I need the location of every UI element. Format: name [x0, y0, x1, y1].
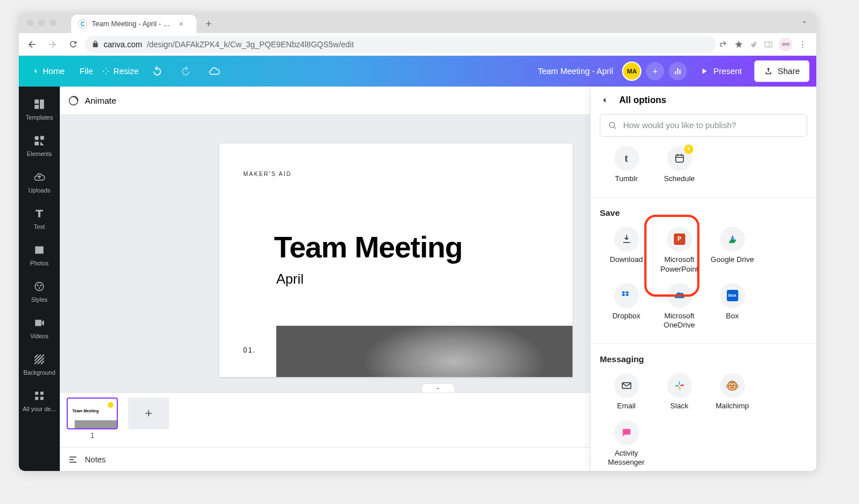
rail-all-designs[interactable]: All your de...: [19, 384, 60, 419]
address-bar[interactable]: canva.com/design/DAFAkZPK4_k/Cw_3g_PQE9E…: [85, 36, 716, 53]
messaging-section-title: Messaging: [600, 354, 807, 364]
window-minimize[interactable]: [38, 19, 45, 26]
url-path: /design/DAFAkZPK4_k/Cw_3g_PQE9ENbz4l8GQS…: [147, 40, 354, 49]
slide-1[interactable]: MAKER'S AID Team Meeting April 01.: [219, 144, 572, 377]
canva-app: Home File Resize Team Meeting - Apr: [19, 56, 816, 471]
address-bar-row: canva.com/design/DAFAkZPK4_k/Cw_3g_PQE9E…: [19, 33, 816, 56]
slide-page-number: 01.: [243, 346, 256, 354]
rail-templates[interactable]: Templates: [19, 92, 60, 128]
home-button[interactable]: Home: [26, 63, 71, 79]
profile-avatar[interactable]: 👓: [779, 38, 792, 51]
option-box[interactable]: box Box: [706, 280, 759, 336]
tab-title: Team Meeting - April - Present: [92, 20, 174, 28]
redo-button[interactable]: [176, 62, 195, 81]
toolbar-right: 👓: [719, 38, 812, 51]
present-button[interactable]: Present: [692, 67, 750, 76]
home-label: Home: [43, 67, 65, 76]
notes-icon: [68, 454, 78, 465]
url-host: canva.com: [104, 40, 142, 49]
window-close[interactable]: [27, 19, 34, 26]
thumbnail-number: 1: [67, 432, 118, 440]
rail-videos[interactable]: Videos: [19, 311, 60, 346]
nav-back-button[interactable]: [23, 36, 40, 53]
file-menu[interactable]: File: [80, 67, 93, 76]
animate-icon: [68, 95, 79, 106]
new-tab-button[interactable]: +: [206, 18, 212, 30]
powerpoint-highlight-annotation: [644, 215, 700, 297]
svg-point-1: [802, 44, 803, 45]
panel-save-section: Save Download P Microsoft PowerPoint: [591, 197, 816, 343]
share-page-icon[interactable]: [719, 40, 729, 49]
panel-icon[interactable]: [764, 40, 773, 49]
option-activity-messenger[interactable]: Activity Messenger: [600, 417, 653, 472]
lock-icon: [92, 40, 99, 48]
undo-button[interactable]: [148, 62, 167, 81]
svg-rect-19: [679, 387, 680, 390]
svg-point-4: [35, 282, 44, 291]
option-mailchimp[interactable]: 🐵 Mailchimp: [706, 370, 759, 416]
crown-badge-icon: ♛: [684, 145, 693, 154]
slide-hero-image: [276, 326, 572, 377]
tabs-overflow-icon[interactable]: [800, 18, 808, 26]
add-member-button[interactable]: +: [646, 62, 664, 80]
browser-tab[interactable]: C Team Meeting - April - Present ×: [71, 15, 197, 33]
option-slack[interactable]: Slack: [653, 370, 706, 416]
svg-rect-18: [675, 386, 678, 387]
canvas-toggle-pill[interactable]: [421, 383, 455, 392]
nav-reload-button[interactable]: [64, 36, 81, 53]
design-title[interactable]: Team Meeting - April: [538, 67, 613, 76]
slide-subhead: April: [276, 271, 304, 287]
svg-point-2: [802, 46, 803, 47]
search-placeholder: How would you like to publish?: [623, 121, 736, 130]
share-panel: All options How would you like to publis…: [590, 87, 816, 471]
option-tumblr[interactable]: t Tumblr: [600, 142, 653, 189]
share-button[interactable]: Share: [754, 60, 809, 82]
publish-search[interactable]: How would you like to publish?: [600, 114, 807, 137]
svg-rect-17: [678, 382, 680, 385]
canva-favicon: C: [78, 19, 87, 28]
side-rail: Templates Elements Uploads Text Photos S…: [19, 87, 60, 471]
cloud-sync-icon[interactable]: [204, 62, 224, 81]
kebab-menu-icon[interactable]: [798, 40, 807, 49]
rail-background[interactable]: Background: [19, 347, 60, 383]
panel-title: All options: [619, 95, 666, 105]
panel-back-button[interactable]: [600, 96, 612, 105]
svg-rect-20: [680, 385, 684, 386]
bookmark-star-icon[interactable]: [734, 40, 743, 49]
svg-point-0: [802, 41, 803, 42]
panel-messaging-section: Messaging Email Slack 🐵: [591, 343, 816, 471]
svg-point-5: [37, 285, 39, 286]
app-bar: Home File Resize Team Meeting - Apr: [19, 56, 816, 87]
animate-button[interactable]: Animate: [85, 96, 116, 105]
tab-close-icon[interactable]: ×: [179, 19, 183, 28]
option-email[interactable]: Email: [600, 370, 653, 416]
insights-button[interactable]: [669, 62, 687, 80]
rail-text[interactable]: Text: [19, 202, 60, 237]
rail-photos[interactable]: Photos: [19, 238, 60, 273]
rail-uploads[interactable]: Uploads: [19, 165, 60, 200]
slide-headline: Team Meeting: [274, 230, 463, 264]
svg-rect-15: [676, 155, 683, 162]
add-page-button[interactable]: +: [128, 398, 169, 429]
svg-point-7: [39, 287, 40, 289]
svg-point-14: [610, 122, 615, 128]
rail-styles[interactable]: Styles: [19, 274, 60, 310]
user-badge[interactable]: MA: [622, 62, 641, 81]
option-schedule[interactable]: ♛ Schedule: [653, 142, 706, 189]
rail-elements[interactable]: Elements: [19, 129, 60, 164]
svg-point-3: [35, 136, 39, 140]
option-google-drive[interactable]: Google Drive: [706, 223, 759, 280]
extensions-icon[interactable]: [749, 40, 758, 49]
notes-button[interactable]: Notes: [85, 455, 106, 464]
window-zoom[interactable]: [50, 19, 56, 26]
thumbnail-1[interactable]: Team Meeting 1: [67, 398, 118, 440]
resize-menu[interactable]: Resize: [102, 67, 138, 76]
nav-forward-button[interactable]: [44, 36, 61, 53]
browser-window: C Team Meeting - April - Present × + can…: [19, 13, 816, 471]
save-section-title: Save: [600, 208, 807, 218]
slide-brand-text: MAKER'S AID: [243, 171, 292, 177]
panel-top-row: t Tumblr ♛ Schedule: [591, 141, 816, 197]
svg-point-6: [40, 285, 42, 286]
